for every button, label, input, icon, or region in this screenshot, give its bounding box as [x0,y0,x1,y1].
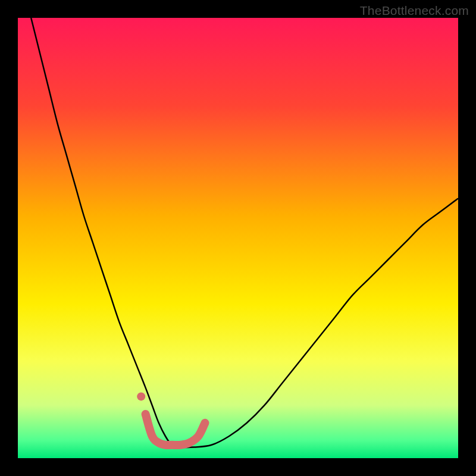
chart-markers [137,392,145,400]
marker-dot [137,392,145,400]
watermark-text: TheBottleneck.com [360,4,469,18]
chart-background [18,18,458,458]
bottleneck-chart [18,18,458,458]
chart-svg [18,18,458,458]
